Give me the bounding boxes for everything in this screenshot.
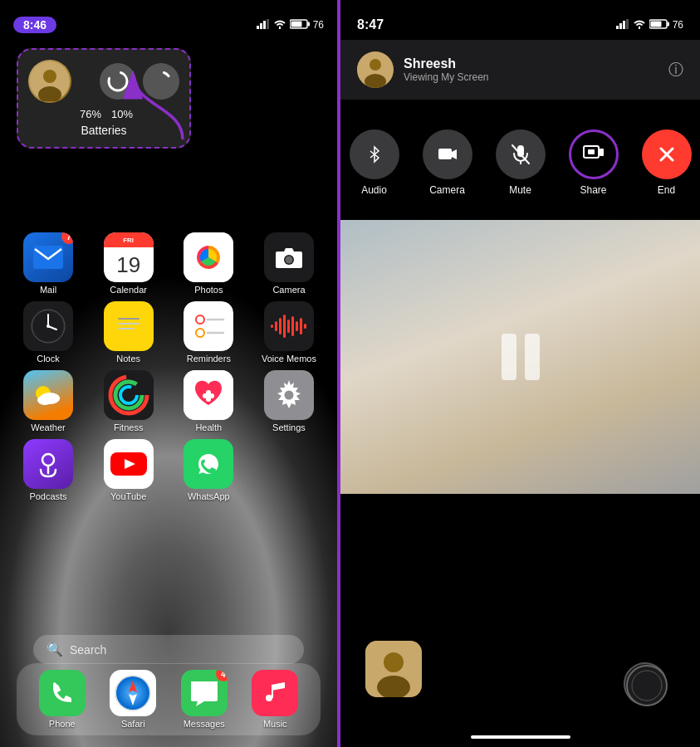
battery-icon-right [649,19,669,32]
pause-icon [502,334,540,380]
wifi-icon-right [633,19,646,32]
search-bar[interactable]: 🔍 Search [33,635,304,664]
svg-rect-83 [588,149,595,154]
app-row-1: 7 Mail FRI 19 Calendar [17,232,321,295]
ft-info-button[interactable]: ⓘ [668,60,683,80]
voicememos-icon-app [264,301,314,351]
dock-music[interactable]: Music [243,670,306,729]
ft-share-btn[interactable]: Share [569,129,619,196]
app-photos[interactable]: Photos [177,232,240,295]
settings-label: Settings [272,422,306,432]
app-podcasts[interactable]: Podcasts [17,439,80,501]
app-reminders[interactable]: Reminders [177,301,240,364]
svg-rect-26 [118,323,140,325]
music-dock-icon [252,670,298,716]
podcasts-label: Podcasts [29,491,66,501]
pause-bar-2 [525,334,540,380]
camera-icon-app [264,232,314,282]
home-button-right[interactable] [624,662,667,706]
status-time-left: 8:46 [13,17,56,33]
svg-rect-1 [260,23,262,29]
ft-audio-label: Audio [361,184,387,196]
svg-point-8 [43,70,56,83]
status-icons-left: 76 [257,19,324,32]
svg-rect-37 [287,320,290,333]
youtube-label: YouTube [110,491,146,501]
svg-rect-24 [112,310,145,343]
ft-mute-icon-container [496,129,546,179]
app-row-4: Podcasts YouTube [17,439,321,501]
fitness-icon-app [104,370,154,420]
dock-safari[interactable]: Safari [101,670,164,729]
svg-point-53 [284,391,293,400]
search-text: Search [70,643,106,657]
phone-dock-icon [39,670,86,716]
app-calendar[interactable]: FRI 19 Calendar [97,232,160,295]
app-settings[interactable]: Settings [257,370,321,432]
status-bar-left: 8:46 76 [0,0,337,40]
svg-rect-3 [267,19,269,29]
app-whatsapp[interactable]: WhatsApp [177,439,240,501]
svg-rect-34 [275,321,277,331]
whatsapp-icon-app [184,439,233,489]
svg-rect-77 [438,149,452,159]
podcasts-icon-app [23,439,73,489]
dock-phone[interactable]: Phone [31,670,94,729]
signal-icon-left [257,19,270,32]
dock-messages[interactable]: 4 Messages [173,670,236,729]
ft-end-btn[interactable]: End [642,129,692,196]
home-indicator-right [471,735,570,739]
cal-date: 19 [104,247,154,282]
ft-camera-btn[interactable]: Camera [423,129,472,196]
messages-dock-icon: 4 [181,670,228,716]
settings-icon-app [264,370,314,420]
app-clock[interactable]: Clock [17,301,80,364]
ft-end-label: End [658,184,675,196]
battery-icon-left [290,19,310,32]
svg-rect-40 [300,318,302,334]
app-weather[interactable]: Weather [17,370,80,432]
ft-audio-btn[interactable]: Audio [350,129,399,196]
app-fitness[interactable]: Fitness [97,370,160,432]
camera-label: Camera [272,285,305,295]
svg-rect-33 [271,325,273,328]
app-notes[interactable]: Notes [97,301,160,364]
notes-icon-app [104,301,154,351]
svg-marker-78 [452,149,457,159]
svg-point-88 [384,652,404,672]
user-avatar [28,60,71,103]
ft-mute-btn[interactable]: Mute [496,129,546,196]
ft-camera-label: Camera [429,184,465,196]
svg-rect-71 [650,21,661,27]
svg-rect-36 [283,315,286,338]
svg-rect-5 [307,22,310,26]
ft-audio-icon-container [350,129,399,179]
app-voicememos[interactable]: Voice Memos [257,301,321,364]
app-mail[interactable]: 7 Mail [17,232,80,295]
svg-point-54 [42,454,54,466]
battery-percent-right: 76 [673,19,683,31]
ft-user-info: Shreesh Viewing My Screen [357,51,489,88]
messages-dock-label: Messages [184,719,225,729]
clock-label: Clock [37,354,60,364]
calendar-label: Calendar [110,285,147,295]
app-camera[interactable]: Camera [257,232,321,295]
health-icon-app [184,370,233,420]
svg-rect-65 [616,26,619,29]
health-label: Health [195,422,222,432]
safari-dock-icon [110,670,156,716]
svg-rect-35 [279,318,281,334]
svg-rect-84 [600,149,604,156]
app-youtube[interactable]: YouTube [97,439,160,501]
bottom-area [340,494,700,747]
photos-icon [184,232,233,282]
status-icons-right: 76 [616,19,683,32]
ft-avatar [357,51,394,88]
battery-percent-1: 76% [80,108,101,120]
app-health[interactable]: Health [177,370,240,432]
svg-point-90 [627,666,667,706]
right-phone-panel: 8:47 76 Shreesh [339,0,700,747]
self-view [365,641,422,697]
weather-icon-app [23,370,73,420]
fitness-label: Fitness [114,422,143,432]
